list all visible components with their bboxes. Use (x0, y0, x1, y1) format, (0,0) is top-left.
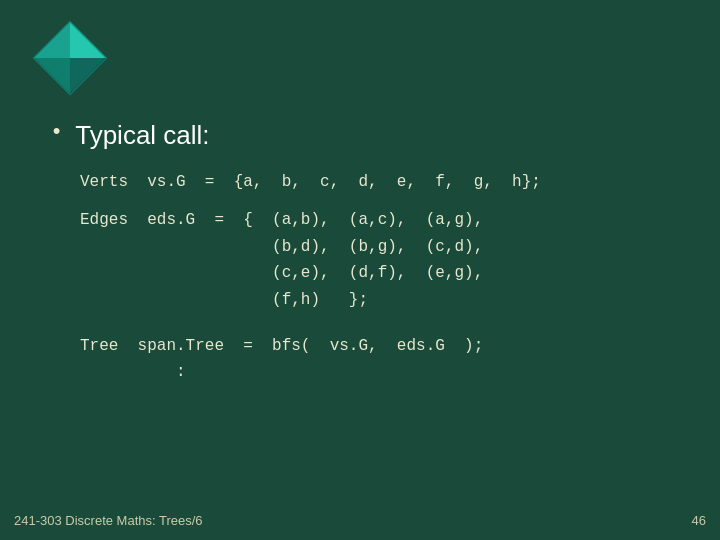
tree-line-1: Tree span.Tree = bfs( vs.G, eds.G ); (80, 333, 690, 359)
edges-row-1: (a,b), (a,c), (a,g), (272, 207, 483, 233)
edges-row-3: (c,e), (d,f), (e,g), (272, 260, 483, 286)
tree-line-2: : (80, 359, 690, 385)
main-content: • Typical call: Verts vs.G = {a, b, c, d… (50, 120, 690, 386)
edges-block: Edges eds.G = { (a,b), (a,c), (a,g), (b,… (80, 207, 690, 313)
tree-block: Tree span.Tree = bfs( vs.G, eds.G ); : (80, 333, 690, 386)
gem-icon (30, 18, 110, 98)
footer-right: 46 (692, 513, 706, 528)
svg-marker-4 (70, 58, 106, 94)
verts-line: Verts vs.G = {a, b, c, d, e, f, g, h}; (80, 169, 690, 195)
edges-values: (a,b), (a,c), (a,g), (b,d), (b,g), (c,d)… (272, 207, 483, 313)
footer: 241-303 Discrete Maths: Trees/6 46 (14, 513, 706, 528)
code-block: Verts vs.G = {a, b, c, d, e, f, g, h}; E… (80, 169, 690, 386)
typical-call-label: Typical call: (75, 120, 209, 151)
edges-row-2: (b,d), (b,g), (c,d), (272, 234, 483, 260)
slide: • Typical call: Verts vs.G = {a, b, c, d… (0, 0, 720, 540)
edges-row-4: (f,h) }; (272, 287, 483, 313)
footer-left: 241-303 Discrete Maths: Trees/6 (14, 513, 203, 528)
bullet-item: • Typical call: (50, 120, 690, 151)
bullet-dot: • (50, 122, 63, 144)
svg-marker-2 (34, 58, 70, 94)
edges-label: Edges eds.G = { (80, 207, 272, 313)
